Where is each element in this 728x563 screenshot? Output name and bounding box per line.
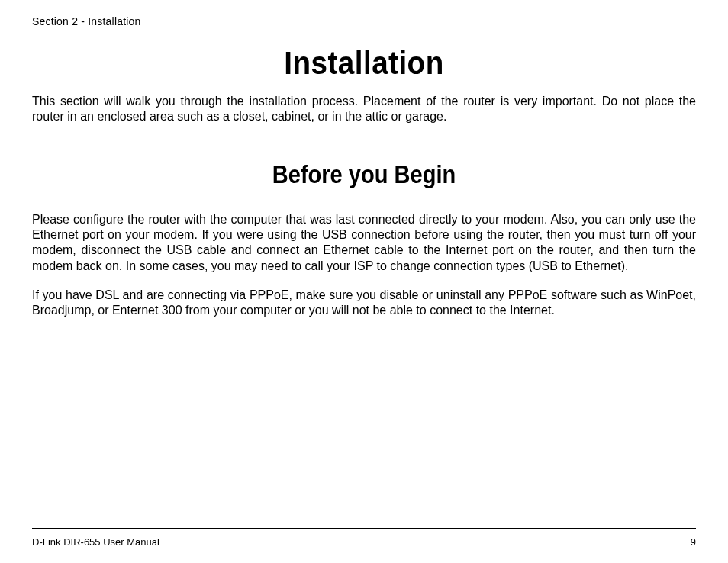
- page-title-sub: Before you Begin: [72, 160, 656, 189]
- section-header: Section 2 - Installation: [32, 15, 696, 34]
- footer-manual-name: D-Link DIR-655 User Manual: [32, 536, 159, 548]
- body-paragraph-2: If you have DSL and are connecting via P…: [32, 288, 696, 319]
- page-title-main: Installation: [59, 45, 669, 82]
- body-paragraph-1: Please configure the router with the com…: [32, 212, 696, 274]
- document-page: Section 2 - Installation Installation Th…: [0, 0, 728, 563]
- page-footer: D-Link DIR-655 User Manual 9: [32, 528, 696, 548]
- footer-page-number: 9: [691, 536, 696, 548]
- intro-paragraph: This section will walk you through the i…: [32, 94, 696, 125]
